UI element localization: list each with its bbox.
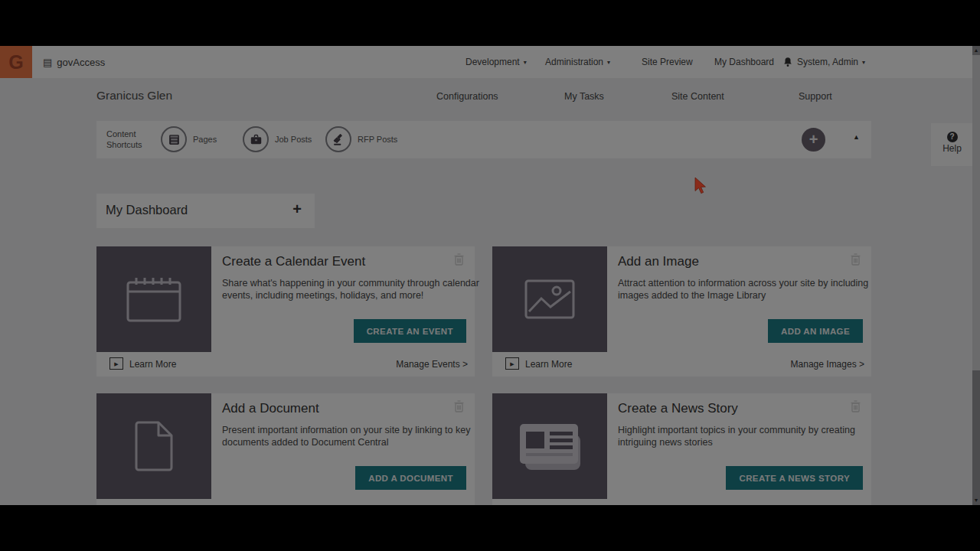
manage-events-link[interactable]: Manage Events > — [396, 359, 468, 370]
shortcut-rfp-posts[interactable]: RFP Posts — [325, 126, 397, 152]
card-title: Add a Document — [222, 401, 319, 416]
topnav-item-site-preview[interactable]: Site Preview — [642, 46, 693, 78]
topnav-item-administration[interactable]: Administration ▾ — [545, 46, 610, 78]
image-icon — [524, 279, 575, 319]
card-title: Create a News Story — [618, 401, 738, 416]
content-shortcuts-label: Content Shortcuts — [106, 129, 142, 150]
card-image-placeholder — [492, 393, 607, 499]
card-add-an-image: Add an Image Attract attention to inform… — [492, 246, 871, 377]
add-document-button[interactable]: ADD A DOCUMENT — [355, 466, 466, 490]
briefcase-icon — [243, 126, 269, 152]
plus-icon: + — [809, 132, 818, 147]
learn-more-link[interactable]: Learn More — [525, 359, 572, 370]
sitenav-item-my-tasks[interactable]: My Tasks — [564, 91, 604, 102]
card-image-placeholder — [96, 246, 211, 352]
shortcut-job-posts[interactable]: Job Posts — [243, 126, 312, 152]
chevron-down-icon: ▾ — [607, 59, 610, 66]
pages-icon — [161, 126, 187, 152]
user-menu[interactable]: System, Admin ▾ — [797, 46, 865, 78]
brand[interactable]: ▤ govAccess — [43, 46, 105, 78]
help-button[interactable]: ? Help — [931, 123, 973, 166]
help-label: Help — [931, 143, 973, 154]
card-description: Share what's happening in your community… — [222, 277, 488, 302]
chevron-down-icon: ▾ — [862, 59, 865, 66]
card-title: Add an Image — [618, 254, 699, 269]
dashboard-header: My Dashboard + — [96, 194, 315, 228]
shortcut-pages[interactable]: Pages — [161, 126, 217, 152]
brand-label: govAccess — [57, 57, 105, 68]
card-image-placeholder — [96, 393, 211, 499]
granicus-g-icon: G — [8, 51, 23, 73]
page-title: My Dashboard — [106, 203, 188, 217]
app-window: Granicus Glen Configurations My Tasks Si… — [0, 46, 980, 505]
help-icon: ? — [947, 132, 958, 142]
card-description: Present important information on your si… — [222, 424, 488, 448]
trash-icon[interactable] — [454, 253, 464, 266]
site-name: Granicus Glen — [96, 89, 172, 103]
add-shortcut-button[interactable]: + — [802, 128, 825, 152]
card-create-calendar-event: Create a Calendar Event Share what's hap… — [96, 246, 475, 377]
document-icon — [133, 420, 175, 472]
scroll-down-icon[interactable]: ▼ — [972, 496, 980, 505]
trash-icon[interactable] — [454, 400, 464, 412]
card-description: Highlight important topics in your commu… — [618, 424, 884, 448]
gavel-icon — [325, 126, 351, 152]
card-footer: ▶ Learn More Manage Images > — [492, 352, 871, 377]
chevron-up-icon: ▲ — [853, 133, 860, 141]
calendar-icon — [125, 274, 183, 324]
topnav-item-development[interactable]: Development ▾ — [466, 46, 527, 78]
create-event-button[interactable]: CREATE AN EVENT — [354, 319, 466, 343]
newspaper-icon — [514, 419, 585, 473]
topnav-item-my-dashboard[interactable]: My Dashboard — [714, 46, 774, 78]
sitenav-item-configurations[interactable]: Configurations — [436, 91, 498, 102]
add-image-button[interactable]: ADD AN IMAGE — [768, 319, 863, 343]
play-icon[interactable]: ▶ — [505, 357, 519, 370]
trash-icon[interactable] — [851, 400, 861, 412]
sitenav-item-support[interactable]: Support — [799, 91, 832, 102]
user-menu-label: System, Admin — [797, 57, 858, 67]
add-dashboard-card-button[interactable]: + — [292, 201, 302, 218]
trash-icon[interactable] — [851, 253, 861, 266]
card-footer: ▶ Learn More Manage Events > — [96, 352, 475, 377]
card-image-placeholder — [492, 246, 607, 352]
scrollbar-thumb[interactable] — [972, 55, 980, 370]
sitenav-item-site-content[interactable]: Site Content — [671, 91, 724, 102]
vertical-scrollbar[interactable]: ▲ ▼ — [972, 46, 980, 505]
card-create-news-story: Create a News Story Highlight important … — [492, 393, 871, 505]
card-title: Create a Calendar Event — [222, 254, 365, 269]
card-add-a-document: Add a Document Present important informa… — [96, 393, 475, 505]
play-icon[interactable]: ▶ — [109, 357, 123, 370]
top-navbar: G ▤ govAccess Development ▾ Administrati… — [0, 46, 980, 78]
create-news-story-button[interactable]: CREATE A NEWS STORY — [726, 466, 863, 490]
site-nav: Granicus Glen Configurations My Tasks Si… — [0, 78, 980, 115]
card-description: Attract attention to information across … — [618, 277, 884, 302]
chevron-down-icon: ▾ — [524, 59, 527, 66]
content-shortcuts-bar: Content Shortcuts Pages — [96, 121, 871, 158]
scroll-up-icon[interactable]: ▲ — [972, 46, 980, 55]
learn-more-link[interactable]: Learn More — [129, 359, 176, 370]
govaccess-icon: ▤ — [43, 57, 52, 67]
bell-icon[interactable] — [782, 56, 793, 68]
granicus-logo[interactable]: G — [0, 46, 32, 78]
collapse-shortcuts-button[interactable]: ▲ — [853, 133, 860, 141]
manage-images-link[interactable]: Manage Images > — [791, 359, 864, 370]
